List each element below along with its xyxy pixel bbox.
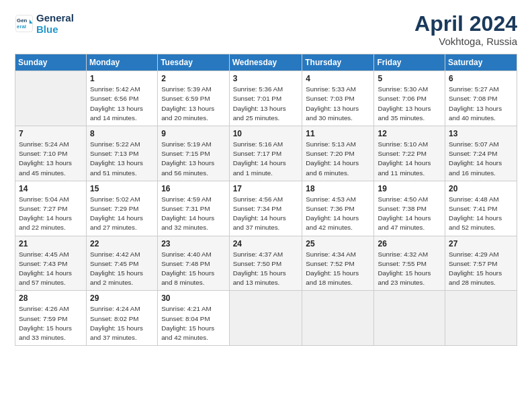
- day-info: Sunrise: 5:19 AMSunset: 7:15 PMDaylight:…: [161, 140, 225, 178]
- header: Gen eral General Blue April 2024 Vokhtog…: [15, 12, 517, 47]
- day-info: Sunrise: 5:24 AMSunset: 7:10 PMDaylight:…: [19, 140, 83, 178]
- day-cell: 27Sunrise: 4:29 AMSunset: 7:57 PMDayligh…: [445, 236, 517, 291]
- day-cell: 2Sunrise: 5:39 AMSunset: 6:59 PMDaylight…: [158, 71, 229, 126]
- week-row-4: 21Sunrise: 4:45 AMSunset: 7:43 PMDayligh…: [15, 236, 517, 291]
- day-cell: 18Sunrise: 4:53 AMSunset: 7:36 PMDayligh…: [302, 181, 374, 236]
- day-cell: 30Sunrise: 4:21 AMSunset: 8:04 PMDayligh…: [158, 291, 229, 346]
- week-row-1: 1Sunrise: 5:42 AMSunset: 6:56 PMDaylight…: [15, 71, 517, 126]
- day-info: Sunrise: 5:36 AMSunset: 7:01 PMDaylight:…: [233, 85, 299, 123]
- day-info: Sunrise: 4:21 AMSunset: 8:04 PMDaylight:…: [161, 304, 225, 342]
- day-number: 13: [449, 129, 513, 138]
- day-info: Sunrise: 5:13 AMSunset: 7:20 PMDaylight:…: [306, 140, 370, 178]
- day-info: Sunrise: 5:30 AMSunset: 7:06 PMDaylight:…: [378, 85, 441, 123]
- day-number: 18: [306, 184, 370, 193]
- day-cell: 6Sunrise: 5:27 AMSunset: 7:08 PMDaylight…: [445, 71, 517, 126]
- day-number: 14: [19, 184, 83, 193]
- day-info: Sunrise: 4:48 AMSunset: 7:41 PMDaylight:…: [449, 195, 513, 233]
- day-number: 24: [233, 239, 299, 248]
- day-cell: 21Sunrise: 4:45 AMSunset: 7:43 PMDayligh…: [15, 236, 87, 291]
- day-info: Sunrise: 5:42 AMSunset: 6:56 PMDaylight:…: [90, 85, 154, 123]
- day-cell: 3Sunrise: 5:36 AMSunset: 7:01 PMDaylight…: [229, 71, 302, 126]
- weekday-header-monday: Monday: [86, 54, 157, 71]
- day-cell: 5Sunrise: 5:30 AMSunset: 7:06 PMDaylight…: [374, 71, 445, 126]
- day-number: 3: [233, 74, 299, 83]
- day-info: Sunrise: 4:24 AMSunset: 8:02 PMDaylight:…: [90, 304, 154, 342]
- weekday-header-tuesday: Tuesday: [158, 54, 229, 71]
- day-number: 26: [378, 239, 441, 248]
- day-info: Sunrise: 4:26 AMSunset: 7:59 PMDaylight:…: [19, 304, 83, 342]
- day-number: 4: [306, 74, 370, 83]
- day-cell: 29Sunrise: 4:24 AMSunset: 8:02 PMDayligh…: [86, 291, 157, 346]
- day-cell: 22Sunrise: 4:42 AMSunset: 7:45 PMDayligh…: [86, 236, 157, 291]
- day-cell: [15, 71, 87, 126]
- day-cell: 10Sunrise: 5:16 AMSunset: 7:17 PMDayligh…: [229, 126, 302, 181]
- day-cell: 25Sunrise: 4:34 AMSunset: 7:52 PMDayligh…: [302, 236, 374, 291]
- day-info: Sunrise: 4:45 AMSunset: 7:43 PMDaylight:…: [19, 250, 83, 288]
- day-cell: 8Sunrise: 5:22 AMSunset: 7:13 PMDaylight…: [86, 126, 157, 181]
- day-number: 9: [161, 129, 225, 138]
- week-row-2: 7Sunrise: 5:24 AMSunset: 7:10 PMDaylight…: [15, 126, 517, 181]
- day-number: 2: [161, 74, 225, 83]
- day-number: 11: [306, 129, 370, 138]
- day-info: Sunrise: 5:16 AMSunset: 7:17 PMDaylight:…: [233, 140, 299, 178]
- day-info: Sunrise: 4:32 AMSunset: 7:55 PMDaylight:…: [378, 250, 441, 288]
- weekday-header-wednesday: Wednesday: [229, 54, 302, 71]
- day-info: Sunrise: 4:59 AMSunset: 7:31 PMDaylight:…: [161, 195, 225, 233]
- logo-text: General Blue: [36, 12, 74, 36]
- weekday-header-thursday: Thursday: [302, 54, 374, 71]
- svg-text:eral: eral: [17, 24, 26, 30]
- day-cell: 26Sunrise: 4:32 AMSunset: 7:55 PMDayligh…: [374, 236, 445, 291]
- day-number: 8: [90, 129, 154, 138]
- day-cell: [445, 291, 517, 346]
- day-cell: 12Sunrise: 5:10 AMSunset: 7:22 PMDayligh…: [374, 126, 445, 181]
- day-number: 30: [161, 293, 225, 303]
- day-number: 12: [378, 129, 441, 138]
- day-info: Sunrise: 5:39 AMSunset: 6:59 PMDaylight:…: [161, 85, 225, 123]
- weekday-header-saturday: Saturday: [445, 54, 517, 71]
- weekday-header-friday: Friday: [374, 54, 445, 71]
- day-number: 17: [233, 184, 299, 193]
- day-info: Sunrise: 5:02 AMSunset: 7:29 PMDaylight:…: [90, 195, 154, 233]
- day-info: Sunrise: 4:37 AMSunset: 7:50 PMDaylight:…: [233, 250, 299, 288]
- day-info: Sunrise: 5:10 AMSunset: 7:22 PMDaylight:…: [378, 140, 441, 178]
- day-info: Sunrise: 4:42 AMSunset: 7:45 PMDaylight:…: [90, 250, 154, 288]
- title-block: April 2024 Vokhtoga, Russia: [414, 12, 517, 47]
- week-row-5: 28Sunrise: 4:26 AMSunset: 7:59 PMDayligh…: [15, 291, 517, 346]
- day-number: 25: [306, 239, 370, 248]
- day-number: 23: [161, 239, 225, 248]
- day-number: 22: [90, 239, 154, 248]
- day-cell: 19Sunrise: 4:50 AMSunset: 7:38 PMDayligh…: [374, 181, 445, 236]
- day-number: 1: [90, 74, 154, 83]
- weekday-header-row: SundayMondayTuesdayWednesdayThursdayFrid…: [15, 54, 517, 71]
- day-cell: 23Sunrise: 4:40 AMSunset: 7:48 PMDayligh…: [158, 236, 229, 291]
- day-cell: 17Sunrise: 4:56 AMSunset: 7:34 PMDayligh…: [229, 181, 302, 236]
- day-info: Sunrise: 4:53 AMSunset: 7:36 PMDaylight:…: [306, 195, 370, 233]
- day-cell: 20Sunrise: 4:48 AMSunset: 7:41 PMDayligh…: [445, 181, 517, 236]
- day-cell: [229, 291, 302, 346]
- day-number: 16: [161, 184, 225, 193]
- day-info: Sunrise: 5:22 AMSunset: 7:13 PMDaylight:…: [90, 140, 154, 178]
- day-number: 7: [19, 129, 83, 138]
- logo: Gen eral General Blue: [15, 12, 74, 36]
- day-number: 10: [233, 129, 299, 138]
- day-info: Sunrise: 4:56 AMSunset: 7:34 PMDaylight:…: [233, 195, 299, 233]
- day-number: 27: [449, 239, 513, 248]
- title-location: Vokhtoga, Russia: [414, 36, 517, 47]
- day-number: 28: [19, 293, 83, 303]
- day-number: 21: [19, 239, 83, 248]
- page: Gen eral General Blue April 2024 Vokhtog…: [0, 0, 532, 411]
- day-cell: 9Sunrise: 5:19 AMSunset: 7:15 PMDaylight…: [158, 126, 229, 181]
- day-number: 5: [378, 74, 441, 83]
- day-cell: 24Sunrise: 4:37 AMSunset: 7:50 PMDayligh…: [229, 236, 302, 291]
- day-cell: 1Sunrise: 5:42 AMSunset: 6:56 PMDaylight…: [86, 71, 157, 126]
- day-info: Sunrise: 4:50 AMSunset: 7:38 PMDaylight:…: [378, 195, 441, 233]
- day-cell: 28Sunrise: 4:26 AMSunset: 7:59 PMDayligh…: [15, 291, 87, 346]
- day-cell: 11Sunrise: 5:13 AMSunset: 7:20 PMDayligh…: [302, 126, 374, 181]
- day-info: Sunrise: 5:07 AMSunset: 7:24 PMDaylight:…: [449, 140, 513, 178]
- day-info: Sunrise: 5:04 AMSunset: 7:27 PMDaylight:…: [19, 195, 83, 233]
- day-number: 6: [449, 74, 513, 83]
- day-info: Sunrise: 4:29 AMSunset: 7:57 PMDaylight:…: [449, 250, 513, 288]
- day-cell: [302, 291, 374, 346]
- day-info: Sunrise: 4:40 AMSunset: 7:48 PMDaylight:…: [161, 250, 225, 288]
- day-cell: 4Sunrise: 5:33 AMSunset: 7:03 PMDaylight…: [302, 71, 374, 126]
